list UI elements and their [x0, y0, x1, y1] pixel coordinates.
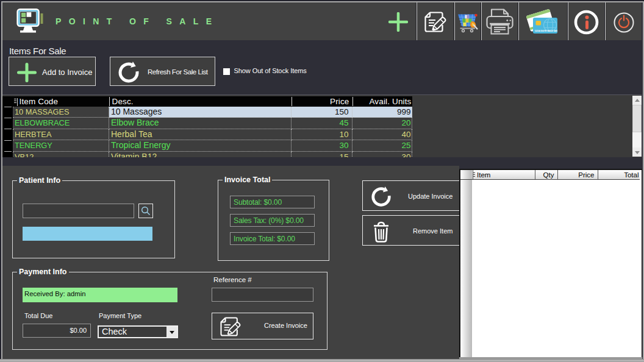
svg-text:1234 5678 9012 3456: 1234 5678 9012 3456: [535, 29, 560, 32]
